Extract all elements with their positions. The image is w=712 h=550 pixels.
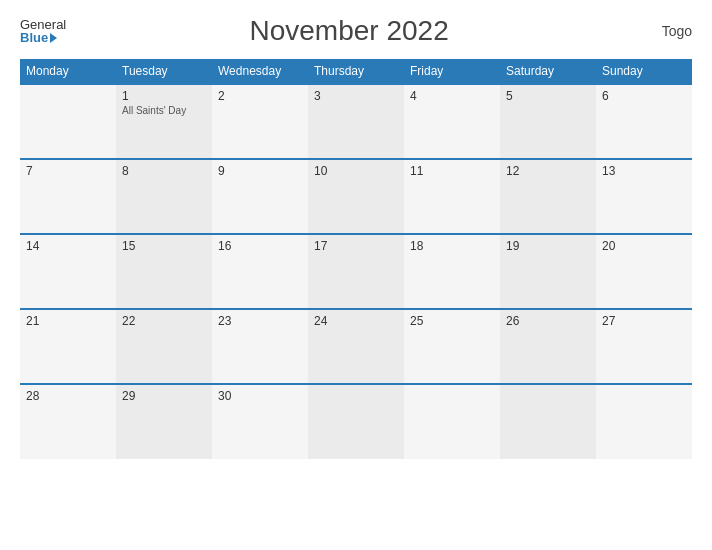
day-number: 19 xyxy=(506,239,590,253)
table-row xyxy=(596,384,692,459)
day-number: 7 xyxy=(26,164,110,178)
table-row: 24 xyxy=(308,309,404,384)
table-row: 21 xyxy=(20,309,116,384)
day-number: 30 xyxy=(218,389,302,403)
calendar-table: Monday Tuesday Wednesday Thursday Friday… xyxy=(20,59,692,459)
day-number: 15 xyxy=(122,239,206,253)
table-row: 6 xyxy=(596,84,692,159)
table-row: 18 xyxy=(404,234,500,309)
day-number: 27 xyxy=(602,314,686,328)
col-thursday: Thursday xyxy=(308,59,404,84)
day-number: 17 xyxy=(314,239,398,253)
day-number: 18 xyxy=(410,239,494,253)
table-row: 8 xyxy=(116,159,212,234)
logo-triangle-icon xyxy=(50,33,57,43)
table-row: 5 xyxy=(500,84,596,159)
table-row: 1All Saints' Day xyxy=(116,84,212,159)
table-row: 7 xyxy=(20,159,116,234)
table-row: 17 xyxy=(308,234,404,309)
calendar-week-4: 21222324252627 xyxy=(20,309,692,384)
header: General Blue November 2022 Togo xyxy=(20,15,692,47)
table-row: 3 xyxy=(308,84,404,159)
day-number: 3 xyxy=(314,89,398,103)
event-label: All Saints' Day xyxy=(122,105,206,116)
day-number: 8 xyxy=(122,164,206,178)
table-row: 30 xyxy=(212,384,308,459)
country-label: Togo xyxy=(632,23,692,39)
logo: General Blue xyxy=(20,18,66,44)
calendar-week-1: 1All Saints' Day23456 xyxy=(20,84,692,159)
col-saturday: Saturday xyxy=(500,59,596,84)
table-row: 19 xyxy=(500,234,596,309)
col-friday: Friday xyxy=(404,59,500,84)
calendar-week-5: 282930 xyxy=(20,384,692,459)
table-row: 12 xyxy=(500,159,596,234)
table-row xyxy=(20,84,116,159)
table-row: 11 xyxy=(404,159,500,234)
table-row: 14 xyxy=(20,234,116,309)
day-number: 9 xyxy=(218,164,302,178)
table-row xyxy=(308,384,404,459)
table-row: 29 xyxy=(116,384,212,459)
table-row: 27 xyxy=(596,309,692,384)
day-number: 4 xyxy=(410,89,494,103)
day-number: 10 xyxy=(314,164,398,178)
col-wednesday: Wednesday xyxy=(212,59,308,84)
day-number: 24 xyxy=(314,314,398,328)
table-row: 9 xyxy=(212,159,308,234)
day-number: 13 xyxy=(602,164,686,178)
day-number: 23 xyxy=(218,314,302,328)
table-row: 20 xyxy=(596,234,692,309)
day-number: 26 xyxy=(506,314,590,328)
day-number: 20 xyxy=(602,239,686,253)
table-row: 15 xyxy=(116,234,212,309)
table-row: 16 xyxy=(212,234,308,309)
table-row: 2 xyxy=(212,84,308,159)
table-row xyxy=(404,384,500,459)
day-number: 12 xyxy=(506,164,590,178)
table-row xyxy=(500,384,596,459)
calendar-page: General Blue November 2022 Togo Monday T… xyxy=(0,0,712,550)
calendar-week-2: 78910111213 xyxy=(20,159,692,234)
calendar-week-3: 14151617181920 xyxy=(20,234,692,309)
calendar-title: November 2022 xyxy=(66,15,632,47)
table-row: 28 xyxy=(20,384,116,459)
day-number: 14 xyxy=(26,239,110,253)
day-number: 29 xyxy=(122,389,206,403)
table-row: 4 xyxy=(404,84,500,159)
col-sunday: Sunday xyxy=(596,59,692,84)
day-number: 16 xyxy=(218,239,302,253)
table-row: 10 xyxy=(308,159,404,234)
table-row: 13 xyxy=(596,159,692,234)
day-number: 1 xyxy=(122,89,206,103)
day-number: 2 xyxy=(218,89,302,103)
day-number: 6 xyxy=(602,89,686,103)
table-row: 22 xyxy=(116,309,212,384)
col-tuesday: Tuesday xyxy=(116,59,212,84)
day-number: 25 xyxy=(410,314,494,328)
logo-blue-text: Blue xyxy=(20,31,57,44)
day-number: 11 xyxy=(410,164,494,178)
day-number: 22 xyxy=(122,314,206,328)
table-row: 23 xyxy=(212,309,308,384)
day-number: 21 xyxy=(26,314,110,328)
table-row: 25 xyxy=(404,309,500,384)
day-number: 5 xyxy=(506,89,590,103)
day-number: 28 xyxy=(26,389,110,403)
calendar-body: 1All Saints' Day234567891011121314151617… xyxy=(20,84,692,459)
table-row: 26 xyxy=(500,309,596,384)
col-monday: Monday xyxy=(20,59,116,84)
calendar-header-row: Monday Tuesday Wednesday Thursday Friday… xyxy=(20,59,692,84)
